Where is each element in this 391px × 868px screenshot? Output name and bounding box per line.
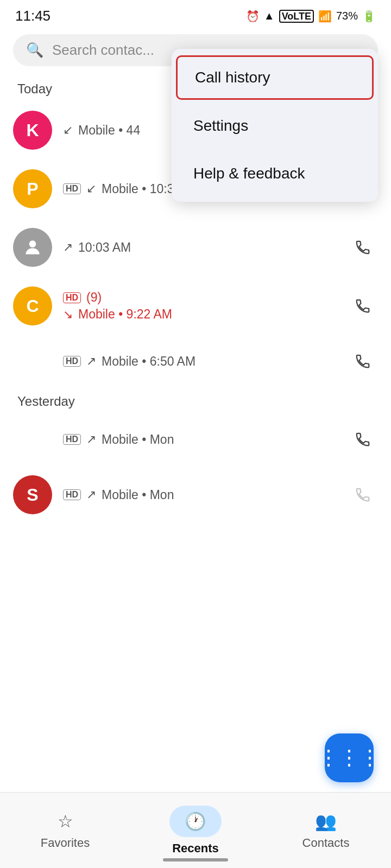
call-info: ↗ 10:03 AM — [63, 240, 348, 255]
volte-icon: VoLTE — [279, 10, 314, 23]
hd-badge: HD — [63, 356, 81, 367]
star-icon: ☆ — [58, 811, 73, 832]
call-detail-missed: HD (9) — [63, 290, 348, 305]
dropdown-menu[interactable]: Call history Settings Help & feedback — [172, 49, 378, 202]
avatar — [13, 228, 52, 267]
nav-contacts[interactable]: 👥 Contacts — [261, 811, 391, 850]
call-button[interactable] — [348, 424, 378, 455]
avatar: K — [13, 111, 52, 150]
svg-point-0 — [29, 240, 36, 247]
outgoing-arrow-icon: ↗ — [86, 432, 96, 446]
incoming-arrow-icon: ↙ — [86, 182, 96, 196]
search-placeholder: Search contac... — [52, 42, 154, 59]
call-type: Mobile • 9:22 AM — [78, 307, 172, 322]
outgoing-arrow-icon: ↗ — [86, 354, 96, 368]
home-indicator — [163, 858, 228, 861]
call-detail: HD ↗ Mobile • Mon — [63, 432, 348, 447]
nav-favorites-label: Favorites — [41, 836, 90, 850]
call-item[interactable]: HD ↗ Mobile • 6:50 AM — [0, 335, 391, 387]
dialpad-icon: ⋮⋮⋮ — [318, 746, 380, 770]
call-button[interactable] — [348, 346, 378, 376]
contacts-icon: 👥 — [315, 811, 337, 832]
call-item[interactable]: HD ↗ Mobile • Mon — [0, 413, 391, 465]
avatar: S — [13, 475, 52, 514]
battery-icon: 🔋 — [362, 10, 376, 23]
avatar: C — [13, 286, 52, 326]
call-type: Mobile • 44 — [78, 123, 140, 138]
search-icon: 🔍 — [26, 42, 43, 59]
call-item[interactable]: S HD ↗ Mobile • Mon — [0, 465, 391, 524]
call-info: HD (9) ↘ Mobile • 9:22 AM — [63, 290, 348, 322]
call-type: Mobile • Mon — [102, 432, 174, 447]
incoming-arrow-icon: ↙ — [63, 123, 73, 137]
hd-badge: HD — [63, 292, 81, 303]
status-time: 11:45 — [15, 8, 51, 24]
hd-badge: HD — [63, 183, 81, 194]
nav-favorites[interactable]: ☆ Favorites — [0, 811, 130, 850]
outgoing-arrow-icon: ↗ — [86, 488, 96, 502]
call-info: HD ↗ Mobile • 6:50 AM — [63, 354, 348, 369]
bottom-nav: ☆ Favorites 🕐 Recents 👥 Contacts — [0, 792, 391, 868]
clock-icon: 🕐 — [185, 811, 206, 832]
nav-recents[interactable]: 🕐 Recents — [130, 806, 261, 856]
call-button[interactable] — [348, 291, 378, 321]
nav-contacts-label: Contacts — [302, 836, 350, 850]
avatar: P — [13, 169, 52, 208]
call-info: HD ↗ Mobile • Mon — [63, 488, 348, 502]
battery-level: 73% — [336, 10, 358, 22]
call-type: Mobile • 6:50 AM — [102, 354, 195, 369]
call-time: 10:03 AM — [78, 240, 131, 255]
call-info: HD ↗ Mobile • Mon — [63, 432, 348, 447]
dropdown-settings[interactable]: Settings — [172, 102, 378, 150]
call-button[interactable] — [348, 480, 378, 510]
recents-pill: 🕐 — [169, 806, 222, 837]
call-item[interactable]: C HD (9) ↘ Mobile • 9:22 AM — [0, 277, 391, 335]
hd-badge: HD — [63, 489, 81, 500]
call-button[interactable] — [348, 232, 378, 263]
dialpad-fab[interactable]: ⋮⋮⋮ — [325, 733, 374, 782]
dropdown-help-feedback[interactable]: Help & feedback — [172, 150, 378, 197]
alarm-icon: ⏰ — [246, 10, 260, 23]
section-yesterday: Yesterday — [0, 387, 391, 413]
signal-icon: 📶 — [318, 10, 332, 23]
call-type: Mobile • Mon — [102, 488, 174, 502]
outgoing-arrow-icon: ↗ — [63, 240, 73, 254]
dropdown-call-history[interactable]: Call history — [176, 55, 374, 100]
call-detail: ↘ Mobile • 9:22 AM — [63, 307, 348, 322]
nav-recents-label: Recents — [172, 841, 219, 856]
missed-arrow-icon: ↘ — [63, 308, 73, 322]
call-detail: ↗ 10:03 AM — [63, 240, 348, 255]
hd-badge: HD — [63, 434, 81, 445]
bluetooth-icon: ▲ — [264, 10, 275, 22]
missed-count: (9) — [86, 290, 102, 305]
status-icons: ⏰ ▲ VoLTE 📶 73% 🔋 — [246, 10, 376, 23]
call-detail: HD ↗ Mobile • Mon — [63, 488, 348, 502]
call-detail: HD ↗ Mobile • 6:50 AM — [63, 354, 348, 369]
status-bar: 11:45 ⏰ ▲ VoLTE 📶 73% 🔋 — [0, 0, 391, 30]
call-item[interactable]: ↗ 10:03 AM — [0, 218, 391, 277]
